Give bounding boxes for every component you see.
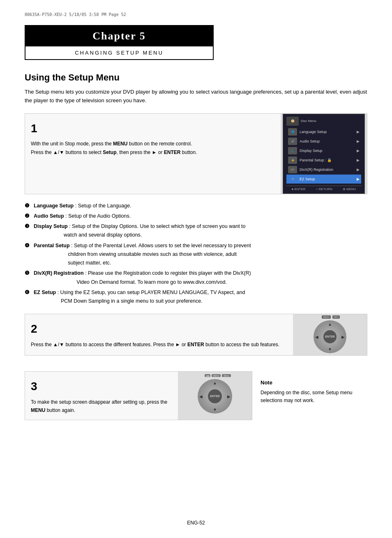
step-2-image: MENU INFO ▲ ▼ ◀ ▶ ENTER [293,314,367,355]
menu-row-ez: ⚙ EZ Setup ▶ [286,175,361,184]
feature-text-6: EZ Setup : Using the EZ Setup, you can s… [34,288,367,306]
chapter-header-box: Chapter 5 Changing Setup menu [25,25,214,60]
step-3-box: 3 To make the setup screen disappear aft… [25,371,252,420]
up-arrow-2: ▲ [328,322,332,326]
down-arrow-2: ▼ [328,347,332,352]
left-arrow-2: ◀ [315,334,318,339]
nav-ring-2: ▲ ▼ ◀ ▶ ENTER [314,320,346,353]
display-icon: 📺 [288,147,297,154]
menu-language-label: Language Setup [300,130,357,134]
menu-display-label: Display Setup [300,149,357,153]
dvd-menu-illustration: 📀 Disc Menu 🌐 Language Setup ▶ 🔊 Audio S… [283,114,365,194]
step-1-bold-setup: Setup [103,149,116,155]
step-2-box: 2 Press the ▲/▼ buttons to access the di… [25,314,367,356]
intro-paragraph: The Setup menu lets you customize your D… [25,88,367,105]
remote-top-area-3: ◀◀ MENU Menu [205,374,231,377]
back-btn-3: ◀◀ [205,374,210,377]
feature-text-1: Language Setup : Setup of the Language. [34,202,367,210]
note-title: Note [261,379,367,387]
remote-illustration-3: ◀◀ MENU Menu ▲ ▼ ◀ ▶ ENTER [182,374,248,417]
menu-icon-disc: 📀 [286,117,299,126]
page-footer: ENG-52 [0,520,392,526]
menu-audio-label: Audio Setup [300,139,357,143]
menu-ez-label: EZ Setup [300,177,357,181]
section-heading: Using the Setup Menu [25,72,367,83]
menu-row-divx: DV DivX(R) Registration ▶ [286,165,361,174]
feature-text-2: Audio Setup : Setup of the Audio Options… [34,212,367,221]
bullet-5: ❺ [25,269,34,287]
feature-item-5: ❺ DivX(R) Registration : Please use the … [25,269,367,287]
menu-control: ⊕ MENU [343,187,356,191]
feature-text-5: DivX(R) Registration : Please use the Re… [34,269,367,287]
menu-row-audio: 🔊 Audio Setup ▶ [286,137,361,146]
parental-arrow: ▶ [357,158,360,162]
feature-text-4: Parental Setup : Setup of the Parental L… [34,241,367,268]
feature-list: ❶ Language Setup : Setup of the Language… [25,202,367,306]
feature-item-4: ❹ Parental Setup : Setup of the Parental… [25,241,367,268]
audio-icon: 🔊 [288,138,297,145]
feature-item-1: ❶ Language Setup : Setup of the Language… [25,202,367,210]
menu-controls-bar: ● ENTER ○ RETURN ⊕ MENU [286,186,361,191]
feature-text-3: Display Setup : Setup of the Display Opt… [34,222,367,240]
enter-btn-2: ENTER [323,330,337,343]
enter-control: ● ENTER [291,187,305,191]
menu-row-display: 📺 Display Setup ▶ [286,146,361,155]
audio-arrow: ▶ [357,139,360,143]
bullet-1: ❶ [25,202,34,210]
feature-item-2: ❷ Audio Setup : Setup of the Audio Optio… [25,212,367,221]
feature-item-6: ❻ EZ Setup : Using the EZ Setup, you can… [25,288,367,306]
step-1-bold-menu: MENU [113,141,127,147]
display-arrow: ▶ [357,149,360,153]
step-3-image: ◀◀ MENU Menu ▲ ▼ ◀ ▶ ENTER [178,372,252,419]
remote-top-btns-2: MENU INFO [322,315,340,319]
print-header: 00635A-P750-XEU-2 5/18/05 3:58 PM Page 5… [25,12,367,17]
menu-row-language: 🌐 Language Setup ▶ [286,127,361,136]
note-section: Note Depending on the disc, some Setup m… [261,379,367,405]
divx-icon: DV [288,166,297,173]
step-1-image: 📀 Disc Menu 🌐 Language Setup ▶ 🔊 Audio S… [281,114,367,194]
right-arrow-3: ▶ [227,394,231,399]
step-2-number: 2 [31,319,287,339]
step-3-bold-menu: MENU [31,407,45,413]
menu-btn-3: MENU [212,374,221,377]
divx-arrow: ▶ [357,168,360,172]
step-1-text: 1 With the unit in Stop mode, press the … [25,114,281,194]
remote-illustration-2: MENU INFO ▲ ▼ ◀ ▶ ENTER [297,315,363,354]
note-container: Note Depending on the disc, some Setup m… [261,371,367,405]
menu-divx-label: DivX(R) Registration [300,168,357,172]
info-btn-2: INFO [332,315,340,319]
ez-arrow: ▶ [357,177,360,181]
menu-row-parental: 🔒 Parental Setup : 🔒 ▶ [286,156,361,165]
menu-btn-2: MENU [322,315,331,319]
step-2-text: 2 Press the ▲/▼ buttons to access the di… [25,314,293,355]
lang-icon: 🌐 [288,128,297,136]
down-arrow-3: ▼ [213,407,217,412]
step-1-box: 1 With the unit in Stop mode, press the … [25,113,367,194]
bullet-6: ❻ [25,288,34,306]
parental-icon: 🔒 [288,156,297,164]
return-control: ○ RETURN [316,187,332,191]
note-text: Depending on the disc, some Setup menu s… [261,389,367,405]
right-arrow-2: ▶ [341,334,345,339]
step-3-number: 3 [31,377,172,396]
feature-item-3: ❸ Display Setup : Setup of the Display O… [25,222,367,240]
bullet-2: ❷ [25,212,34,221]
chapter-subtitle: Changing Setup menu [25,46,213,59]
step-3-text: 3 To make the setup screen disappear aft… [25,372,178,419]
ez-icon: ⚙ [288,175,297,183]
chapter-title: Chapter 5 [25,26,213,46]
disc-menu-label: Disc Menu [301,119,316,123]
step-1-number: 1 [31,119,275,138]
bullet-3: ❸ [25,222,34,240]
left-arrow-3: ◀ [199,394,203,399]
step-1-bold-enter: ENTER [164,149,181,155]
menu-parental-label: Parental Setup : 🔒 [300,158,357,162]
enter-btn-3: ENTER [208,389,222,403]
step-2-bold-enter: ENTER [187,342,204,347]
lang-arrow: ▶ [357,130,360,134]
bullet-4: ❹ [25,241,34,268]
return-btn-3: Menu [222,374,231,377]
nav-ring-3: ▲ ▼ ◀ ▶ ENTER [198,379,232,414]
up-arrow-3: ▲ [213,381,217,385]
page-content: 00635A-P750-XEU-2 5/18/05 3:58 PM Page 5… [0,0,392,538]
